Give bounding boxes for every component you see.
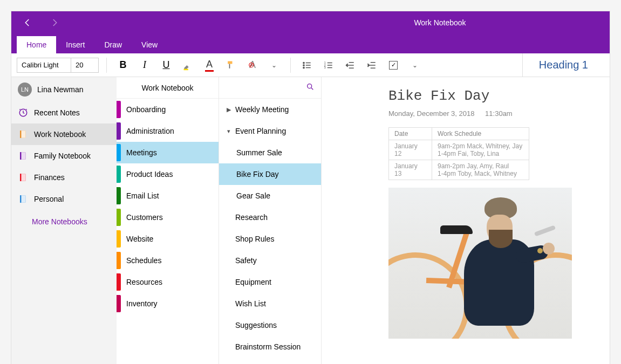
main-body: LN Lina Newman Recent NotesWork Notebook… [11,77,610,364]
page-title[interactable]: Bike Fix Day [388,88,597,104]
svg-point-3 [303,67,304,68]
page-item[interactable]: ▾Event Planning [219,120,321,142]
section-color-tab [117,122,121,140]
section-label: Schedules [126,256,161,265]
page-time-value: 11:30am [485,109,513,118]
italic-button[interactable]: I [136,57,153,74]
tab-draw[interactable]: Draw [94,36,132,53]
highlight-button[interactable] [179,57,196,74]
section-color-tab [117,252,121,269]
page-label: Gear Sale [236,191,270,200]
section-item[interactable]: Inventory [117,293,219,314]
format-painter-button[interactable] [222,57,240,74]
bullet-list-button[interactable] [298,57,316,74]
section-color-tab [117,230,121,248]
pages-header [219,77,321,99]
page-label: Wish List [235,299,266,308]
sidebar-notebook-item[interactable]: Finances [11,167,117,188]
section-label: Email List [126,191,159,200]
todo-tag-button[interactable]: ✓ [385,57,402,74]
page-item[interactable]: ▶Weekly Meeting [219,99,321,120]
section-item[interactable]: Customers [117,207,219,228]
font-name-input[interactable] [17,58,71,72]
page-item[interactable]: Bike Fix Day [219,163,321,185]
title-bar: Work Notebook [11,11,610,34]
table-row[interactable]: January 139am-2pm Jay, Amy, Raul1-4pm To… [389,160,529,180]
section-color-tab [117,273,121,291]
page-item[interactable]: Shop Rules [219,228,321,250]
table-header-date: Date [389,128,432,140]
page-item[interactable]: Gear Sale [219,185,321,207]
bold-button[interactable]: B [114,57,132,74]
forward-arrow-icon[interactable] [49,17,60,28]
clear-formatting-button[interactable]: A⊘ [244,57,261,74]
page-item[interactable]: Wish List [219,293,321,314]
more-notebooks-link[interactable]: More Notebooks [11,210,117,226]
section-color-tab [117,209,121,226]
page-item[interactable]: Equipment [219,271,321,293]
page-item[interactable]: Suggestions [219,314,321,336]
section-item[interactable]: Administration [117,120,219,142]
section-label: Inventory [126,299,158,308]
indent-button[interactable] [363,57,380,74]
svg-rect-0 [184,68,188,70]
back-arrow-icon[interactable] [22,17,33,28]
user-name: Lina Newman [37,85,84,94]
section-item[interactable]: Meetings [117,142,219,163]
schedule-table[interactable]: Date Work Schedule January 129am-2pm Mac… [388,127,529,180]
font-size-input[interactable] [71,58,98,72]
section-item[interactable]: Schedules [117,250,219,271]
sidebar-notebook-item[interactable]: Family Notebook [11,145,117,167]
page-item[interactable]: Research [219,207,321,228]
sidebar-notebook-item[interactable]: Recent Notes [11,102,117,123]
middle-columns: Work Notebook OnboardingAdministrationMe… [117,77,376,364]
tab-view[interactable]: View [132,36,167,53]
more-paragraph-dropdown-icon[interactable]: ⌄ [406,57,424,74]
svg-rect-19 [20,195,21,203]
page-item[interactable]: Summer Sale [219,142,321,163]
sidebar-notebook-item[interactable]: Personal [11,188,117,210]
notebook-label: Finances [34,173,65,182]
page-date-value: Monday, December 3, 2018 [388,109,474,118]
section-item[interactable]: Onboarding [117,99,219,120]
embedded-image[interactable] [388,188,572,339]
svg-rect-9 [21,131,25,138]
page-item[interactable]: Brainstorm Session [219,336,321,358]
section-item[interactable]: Resources [117,271,219,293]
page-label: Shop Rules [235,235,274,243]
section-label: Administration [126,127,174,135]
ribbon-tabs: Home Insert Draw View [11,34,610,53]
page-content[interactable]: Bike Fix Day Monday, December 3, 2018 11… [376,77,610,364]
chevron-right-icon: ▶ [226,106,232,113]
tab-home[interactable]: Home [17,36,56,53]
separator [106,58,107,73]
table-row[interactable]: January 129am-2pm Mack, Whitney, Jay1-4p… [389,140,529,160]
svg-point-20 [308,84,312,88]
page-label: Summer Sale [236,148,282,157]
notebook-icon [18,172,29,183]
separator [290,58,291,73]
toolbar: B I U A A⊘ ⌄ 123 ✓ ⌄ Headi [11,53,610,77]
font-color-button[interactable]: A [201,57,218,74]
page-label: Suggestions [235,321,277,329]
section-item[interactable]: Email List [117,185,219,207]
page-item[interactable]: Safety [219,250,321,271]
page-label: Brainstorm Session [235,342,301,351]
svg-rect-15 [21,174,25,181]
notebook-sidebar: LN Lina Newman Recent NotesWork Notebook… [11,77,117,364]
underline-button[interactable]: U [158,57,175,74]
notebook-icon [18,129,29,140]
window-title: Work Notebook [414,18,466,27]
more-font-dropdown-icon[interactable]: ⌄ [265,57,283,74]
style-heading[interactable]: Heading 1 [522,53,604,77]
page-label: Equipment [235,278,271,286]
page-label: Weekly Meeting [235,105,289,114]
sidebar-notebook-item[interactable]: Work Notebook [11,123,117,145]
outdent-button[interactable] [342,57,359,74]
section-item[interactable]: Website [117,228,219,250]
user-row[interactable]: LN Lina Newman [11,77,117,102]
search-icon[interactable] [306,83,315,93]
tab-insert[interactable]: Insert [56,36,94,53]
section-item[interactable]: Product Ideas [117,163,219,185]
numbered-list-button[interactable]: 123 [320,57,337,74]
